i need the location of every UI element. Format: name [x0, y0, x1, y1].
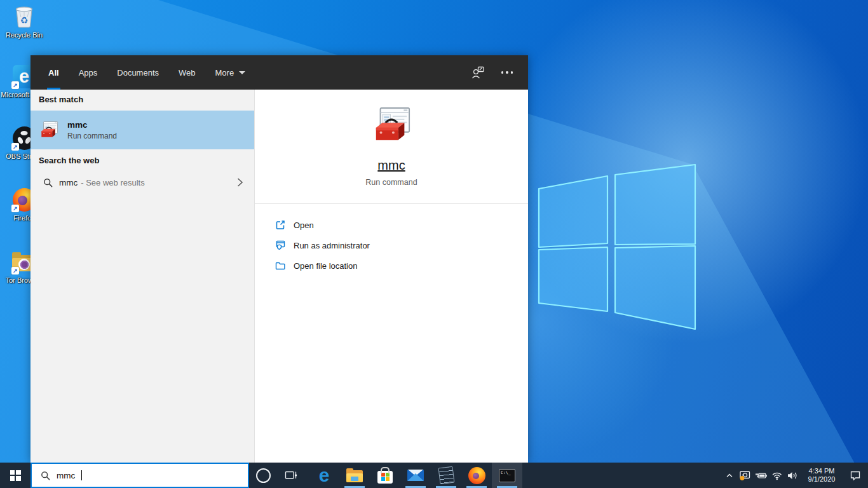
folder-icon [275, 261, 285, 271]
file-explorer-icon [346, 468, 363, 482]
svg-text:♻: ♻ [20, 15, 29, 25]
taskbar-app-notepad[interactable] [431, 463, 461, 488]
divider [255, 203, 528, 204]
section-best-match: Best match [39, 95, 83, 104]
taskbar-search-input[interactable]: mmc [31, 463, 249, 488]
firefox-icon [468, 467, 485, 484]
desktop: ♻ Recycle Bin e Microsoft Edge [0, 0, 868, 488]
task-view-button[interactable] [277, 463, 305, 488]
shortcut-arrow-icon [11, 143, 19, 151]
section-search-the-web: Search the web [39, 156, 99, 165]
volume-icon [787, 471, 799, 480]
edge-icon: e [319, 466, 330, 485]
taskbar-app-edge[interactable]: e [309, 463, 339, 488]
tray-battery[interactable] [753, 463, 769, 488]
taskbar-app-command-prompt[interactable] [492, 463, 522, 488]
search-icon [43, 178, 53, 187]
microsoft-store-icon [377, 471, 393, 484]
mail-icon [407, 470, 424, 481]
taskbar-app-mail[interactable] [400, 463, 431, 488]
start-button[interactable] [0, 463, 31, 488]
shortcut-arrow-icon [11, 205, 19, 212]
tab-documents[interactable]: Documents [116, 55, 160, 90]
update-status-icon [739, 470, 751, 481]
notepad-icon [438, 466, 454, 485]
command-prompt-icon [499, 469, 515, 482]
mmc-icon-large [372, 106, 411, 146]
preview-subtitle: Run command [365, 178, 417, 187]
task-view-icon [285, 470, 297, 480]
search-tabs: All Apps Documents Web More [47, 55, 247, 90]
action-center-button[interactable] [843, 463, 868, 488]
action-run-as-administrator[interactable]: Run as administrator [275, 235, 528, 255]
tab-more[interactable]: More [214, 55, 247, 90]
windows-logo-icon [10, 470, 21, 481]
cortana-icon [256, 468, 271, 483]
text-cursor [81, 470, 82, 480]
tab-web[interactable]: Web [177, 55, 197, 90]
shortcut-arrow-icon [11, 267, 19, 274]
result-title: mmc [67, 120, 117, 130]
chevron-up-icon [725, 471, 734, 479]
tray-volume[interactable] [785, 463, 801, 488]
best-match-result-mmc[interactable]: mmc Run command [31, 111, 254, 149]
admin-shield-icon [275, 240, 285, 250]
taskbar: mmc e [0, 463, 868, 488]
open-icon [275, 220, 285, 230]
recycle-bin-icon: ♻ [11, 4, 37, 29]
action-center-icon [850, 470, 861, 480]
tab-apps[interactable]: Apps [78, 55, 99, 90]
web-suffix: - See web results [81, 178, 144, 187]
account-icon[interactable] [471, 66, 485, 79]
clock-time: 4:34 PM [809, 467, 835, 476]
more-options-icon[interactable] [501, 71, 513, 74]
search-filter-bar: All Apps Documents Web More [31, 55, 528, 90]
search-results-list: Best match mmc Run command Search the we… [31, 90, 255, 463]
mmc-icon [39, 121, 58, 140]
desktop-icon-label: Recycle Bin [6, 31, 43, 39]
taskbar-app-firefox[interactable] [461, 463, 492, 488]
search-icon [41, 471, 50, 480]
taskbar-app-store[interactable] [370, 463, 400, 488]
tab-all[interactable]: All [47, 55, 60, 90]
taskbar-app-file-explorer[interactable] [339, 463, 370, 488]
shortcut-arrow-icon [11, 81, 19, 89]
search-input-value: mmc [57, 471, 75, 480]
result-subtitle: Run command [67, 132, 117, 140]
chevron-down-icon [239, 71, 245, 74]
tray-network[interactable] [769, 463, 785, 488]
web-search-result[interactable]: mmc - See web results [31, 172, 254, 193]
taskbar-pinned-apps: e [309, 463, 522, 488]
action-open[interactable]: Open [275, 215, 528, 235]
web-query: mmc [59, 178, 78, 187]
chevron-right-icon[interactable] [236, 177, 244, 187]
cortana-button[interactable] [249, 463, 277, 488]
result-preview-pane: mmc Run command Open [255, 90, 528, 463]
search-flyout: All Apps Documents Web More [31, 55, 528, 463]
desktop-icon-recycle-bin[interactable]: ♻ Recycle Bin [0, 4, 48, 39]
tray-show-hidden-icons[interactable] [722, 463, 737, 488]
preview-title-link[interactable]: mmc [377, 158, 405, 173]
tray-update-status[interactable] [737, 463, 753, 488]
tray-clock[interactable]: 4:34 PM 9/1/2020 [801, 467, 843, 484]
battery-charging-icon [754, 471, 768, 480]
clock-date: 9/1/2020 [808, 475, 836, 484]
wifi-icon [771, 471, 783, 480]
action-open-file-location[interactable]: Open file location [275, 255, 528, 276]
system-tray: 4:34 PM 9/1/2020 [722, 463, 868, 488]
